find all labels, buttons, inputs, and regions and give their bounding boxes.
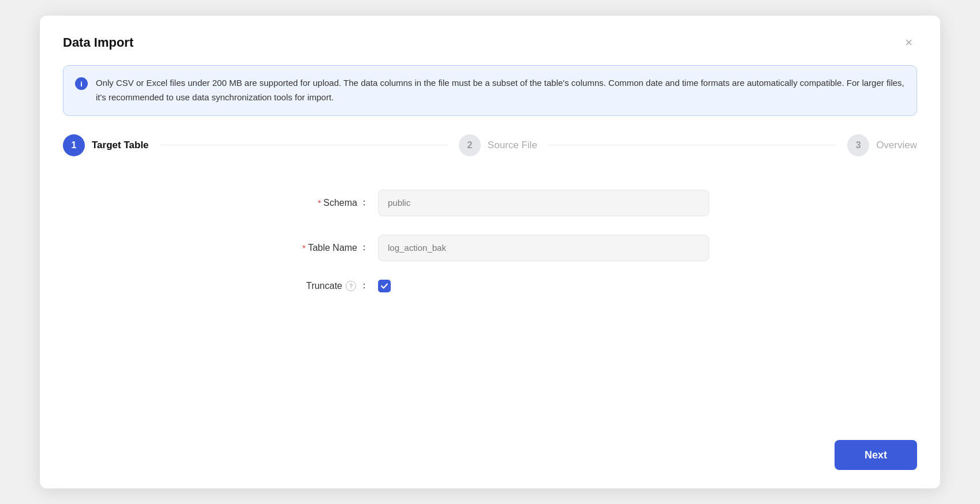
table-name-label: * Table Name： [271,242,369,254]
close-button[interactable]: × [900,34,917,51]
schema-row: * Schema： [271,190,709,216]
dialog-footer: Next [63,428,917,470]
schema-label-text: Schema [323,198,357,208]
form-body: * Schema： * Table Name： Truncate ? ： [63,184,917,429]
next-button[interactable]: Next [835,440,917,470]
truncate-row: Truncate ? ： [271,280,709,292]
step-divider-2 [549,145,836,146]
schema-required-star: * [317,198,321,208]
schema-label: * Schema： [271,197,369,209]
step-1-label: Target Table [92,140,149,151]
info-icon: i [75,77,88,90]
step-2-label: Source File [488,140,537,151]
checkmark-icon [380,282,388,290]
truncate-label-text: Truncate [306,281,342,291]
schema-input[interactable] [378,190,709,216]
close-icon: × [905,35,912,50]
truncate-label: Truncate ? ： [271,280,369,292]
truncate-help-icon[interactable]: ? [346,281,356,291]
step-1-circle: 1 [63,134,85,156]
step-3: 3 Overview [847,134,917,156]
table-name-label-text: Table Name [308,243,357,253]
step-1: 1 Target Table [63,134,149,156]
step-3-circle: 3 [847,134,869,156]
table-name-row: * Table Name： [271,235,709,261]
step-divider-1 [160,145,447,146]
truncate-checkbox[interactable] [378,280,391,292]
data-import-dialog: Data Import × i Only CSV or Excel files … [40,16,940,488]
dialog-title: Data Import [63,35,133,50]
step-2-circle: 2 [459,134,481,156]
table-name-input[interactable] [378,235,709,261]
table-name-required-star: * [302,243,306,253]
step-2: 2 Source File [459,134,537,156]
dialog-header: Data Import × [63,34,917,51]
info-banner: i Only CSV or Excel files under 200 MB a… [63,65,917,116]
truncate-checkbox-wrap [378,280,391,292]
info-banner-text: Only CSV or Excel files under 200 MB are… [96,76,905,105]
step-3-label: Overview [876,140,917,151]
stepper: 1 Target Table 2 Source File 3 Overview [63,134,917,156]
